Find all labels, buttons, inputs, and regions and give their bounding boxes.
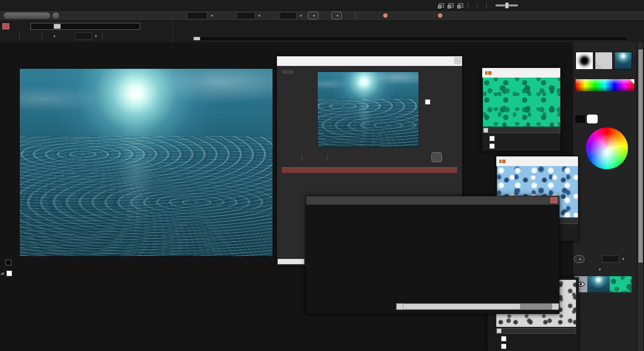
green-texture-image[interactable] [483, 78, 560, 127]
dwa-window-1 [482, 68, 561, 151]
swap-image-checkbox[interactable] [501, 336, 506, 341]
swap-colors-icon[interactable]: ⇄ [1, 271, 4, 276]
screen-swap-1-icon[interactable] [439, 3, 444, 8]
main-canvas[interactable] [19, 68, 273, 257]
save-undo-checkbox[interactable] [425, 99, 430, 105]
swap-selection-checkbox[interactable] [501, 344, 506, 349]
timeline-editor-titlebar[interactable] [277, 56, 462, 66]
right-panel: ▾ ▾ ▾ [573, 42, 637, 351]
dwa1-scrollbar[interactable] [483, 127, 560, 133]
zoom-slider[interactable] [495, 4, 518, 6]
pencil-icon [500, 160, 506, 163]
secondary-color-swatch[interactable] [587, 115, 598, 123]
opacity-caret[interactable]: ▾ [258, 14, 260, 18]
dialog-corner-button[interactable] [454, 57, 461, 64]
filmstrip-scroll-knob[interactable] [194, 37, 200, 40]
layer-mode-dropdown[interactable]: ▾ [574, 255, 584, 263]
flare-titlebar[interactable] [306, 196, 559, 205]
steps-caret[interactable]: ▾ [300, 14, 302, 18]
frame-slider[interactable] [31, 23, 140, 30]
style-button[interactable]: ▾ [331, 12, 342, 19]
complementary-bar[interactable] [575, 199, 635, 207]
ocean-image [20, 69, 272, 256]
layer-image-thumb[interactable] [587, 276, 610, 292]
foreground-color-swatch[interactable] [6, 260, 11, 265]
fps-caret[interactable]: ▾ [95, 34, 97, 38]
inout-block [172, 21, 192, 42]
timeline-strip-bar: ▾ ▾ [0, 21, 644, 42]
zoom-slider-knob[interactable] [505, 2, 509, 8]
size-input[interactable] [187, 12, 207, 19]
size-caret[interactable]: ▾ [211, 14, 213, 18]
divider [355, 12, 355, 19]
layer-opacity-caret[interactable]: ▾ [622, 257, 624, 261]
flare-scrollbar[interactable] [396, 303, 559, 310]
swap-panel-scrollbar[interactable] [496, 328, 576, 334]
screen-swap-2-icon[interactable] [448, 3, 454, 8]
dwa1-selection-checkbox[interactable] [489, 144, 495, 149]
steps-input[interactable] [280, 12, 297, 19]
swap-panel-scroll-knob[interactable] [497, 328, 502, 333]
filmstrip-scrollbar[interactable] [192, 36, 627, 41]
layer-row[interactable] [574, 276, 636, 292]
compact-color-picker[interactable] [576, 79, 634, 91]
color-wheel[interactable] [586, 127, 628, 169]
background-color-swatch[interactable] [6, 271, 12, 276]
flare-scroll-thumb[interactable] [403, 304, 520, 309]
scroll-right-button[interactable] [552, 304, 559, 310]
compact-picker-handle[interactable] [630, 79, 634, 84]
browse-media-button[interactable] [3, 12, 51, 19]
flare-big-preview[interactable] [308, 214, 396, 302]
divider [477, 2, 477, 8]
divider [486, 2, 487, 8]
dwa1-titlebar[interactable] [482, 68, 560, 78]
fps-input[interactable] [75, 33, 92, 40]
tool-palette: ⇄ [0, 42, 12, 351]
curve-mode-button[interactable] [431, 152, 442, 162]
scroll-left-button[interactable] [396, 304, 403, 310]
close-button[interactable] [551, 197, 557, 203]
opacity-input[interactable] [237, 12, 255, 19]
brush-toolbar: ▾ ▾ ▾ ▾ ▾ [0, 10, 644, 21]
papers-dot-icon [438, 13, 442, 18]
layer-opacity-input[interactable] [602, 255, 619, 263]
pencil-icon [485, 71, 491, 75]
mode-button[interactable]: ▾ [308, 12, 318, 19]
brush-preview-thumb[interactable] [576, 52, 593, 70]
dwa1-swap-checkbox[interactable] [489, 136, 495, 141]
panel-scrollbar[interactable] [637, 42, 643, 351]
paper-preview-thumb[interactable] [595, 52, 613, 70]
layers-options-dropdown[interactable]: ▾ [599, 267, 601, 271]
menubar [0, 0, 644, 10]
primary-color-swatch[interactable] [575, 115, 586, 123]
dwa2-titlebar[interactable] [496, 156, 578, 166]
flare-options-dialog [306, 196, 559, 314]
screen-swap-3-icon[interactable] [458, 3, 463, 8]
analogous-bar[interactable] [575, 181, 635, 189]
image-preview-thumb[interactable] [614, 52, 632, 70]
divider [468, 2, 468, 8]
frame-slider-knob[interactable] [54, 24, 61, 29]
bulb-caret[interactable]: ▾ [54, 34, 56, 38]
browse-media-dropdown[interactable] [52, 12, 60, 19]
settings-dot-icon [383, 13, 388, 18]
flare-preset-grid [396, 214, 560, 302]
filters-dropdown[interactable] [283, 71, 293, 73]
filter-preview[interactable] [317, 72, 419, 147]
dwa1-scroll-knob[interactable] [483, 128, 488, 133]
bottom-slider-fragment[interactable] [278, 259, 304, 264]
layer-swap-thumb[interactable] [610, 276, 632, 292]
close-strip-button[interactable] [2, 23, 9, 29]
keyframe-track[interactable] [282, 167, 457, 173]
panel-scroll-thumb[interactable] [638, 49, 643, 263]
